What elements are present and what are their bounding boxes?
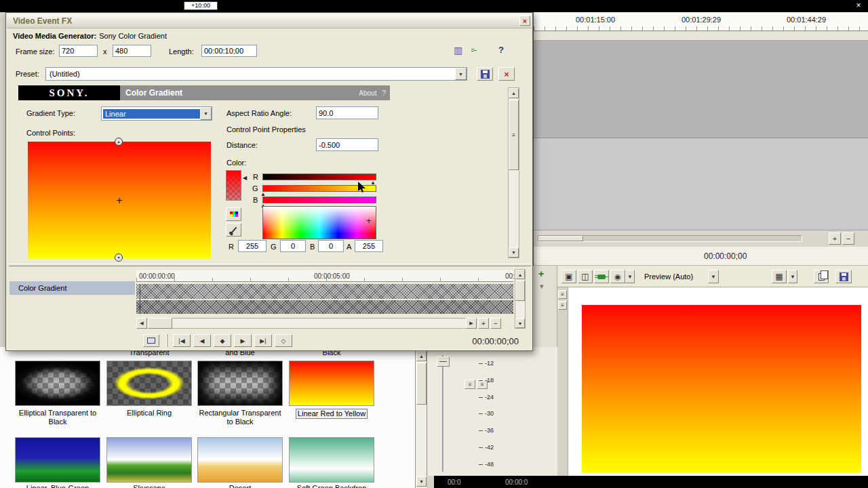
gradient-type-combobox[interactable]: Linear ▼ <box>101 106 212 121</box>
gradient-preview-box[interactable]: ▴ ▾ + <box>28 142 211 258</box>
scroll-up-button[interactable]: ▲ <box>515 270 525 279</box>
preset-thumbnail[interactable] <box>289 437 374 483</box>
preset-name[interactable]: Soft Green Backdrop <box>289 484 374 488</box>
scroll-up-button[interactable]: ▲ <box>416 351 427 361</box>
preset-name[interactable]: Rectangular Transparent to Black <box>197 409 283 426</box>
keyframe-vscrollbar[interactable]: ▲ ▼ <box>515 269 526 329</box>
timeline-ruler[interactable]: 00:01:15:00 00:01:29:29 00:01:44:29 <box>534 12 868 31</box>
keyframe-ruler[interactable]: 00:00:00:00 00:00:05:00 00: <box>136 270 513 282</box>
timeline-track-lower[interactable] <box>534 138 868 230</box>
sync-cursor-button[interactable] <box>143 334 159 347</box>
keyframe-splitter[interactable] <box>9 264 531 266</box>
scroll-up-button[interactable]: ▲ <box>509 88 519 98</box>
preset-thumbnail-selected[interactable] <box>289 361 374 406</box>
preset-combobox[interactable]: (Untitled) ▼ <box>45 67 467 81</box>
preset-name[interactable]: Skyscape <box>106 484 192 488</box>
preset-thumbnail[interactable] <box>106 437 192 483</box>
preset-name[interactable]: Desert <box>197 484 283 488</box>
gradient-endpoint-handle-top[interactable]: ▴ <box>115 138 123 146</box>
grid-overlay-button[interactable]: ▦ <box>772 270 787 283</box>
preset-name[interactable]: Elliptical Transparent to Black <box>15 409 100 426</box>
rgba-g-field[interactable]: 0 <box>280 240 306 252</box>
preset-name[interactable]: Elliptical Ring <box>106 409 192 418</box>
dock-grip-button[interactable]: ≡ <box>558 290 567 299</box>
project-video-properties-button[interactable]: ▣ <box>561 270 576 283</box>
rgba-r-field[interactable]: 255 <box>238 240 267 252</box>
scrollbar-thumb[interactable] <box>515 281 525 301</box>
keyframe-scrollbar-track[interactable] <box>136 318 477 329</box>
distance-field[interactable]: -0.500 <box>316 138 378 151</box>
meter-options-button[interactable]: ≡ <box>465 380 475 389</box>
keyframe-playhead-line[interactable] <box>140 284 140 314</box>
preset-thumbnail[interactable] <box>15 437 100 483</box>
scrollbar-thumb[interactable] <box>416 363 427 405</box>
save-snapshot-button[interactable] <box>835 270 852 283</box>
help-icon[interactable]: ? <box>498 45 504 55</box>
scroll-down-button[interactable]: ▼ <box>509 247 519 258</box>
keyframe-zoom-in-button[interactable]: + <box>478 318 489 329</box>
timeline-track-upper[interactable] <box>534 41 868 138</box>
preset-thumbnail[interactable] <box>106 361 192 406</box>
frame-width-field[interactable]: 720 <box>59 45 98 57</box>
next-keyframe-button[interactable]: ▶ <box>234 334 252 347</box>
gradient-type-dropdown-button[interactable]: ▼ <box>200 107 212 120</box>
add-track-icon[interactable]: + <box>538 268 544 279</box>
aspect-ratio-angle-field[interactable]: 90.0 <box>316 106 378 119</box>
scroll-left-button[interactable]: ◀ <box>136 318 147 329</box>
gradient-endpoint-handle-bottom[interactable]: ▾ <box>115 253 123 262</box>
keyframe-track-band[interactable] <box>136 284 513 299</box>
scroll-down-button[interactable]: ▼ <box>515 319 525 328</box>
preset-scrollbar[interactable]: ▲ ▼ <box>415 347 427 488</box>
dialog-title-bar[interactable]: Video Event FX <box>7 14 532 28</box>
eyedropper-button[interactable] <box>226 223 241 237</box>
dock-chevron-icon[interactable]: ▾ <box>540 282 544 291</box>
rgba-b-field[interactable]: 0 <box>318 240 344 252</box>
preset-name[interactable]: Linear, Blue-Green <box>15 484 100 488</box>
fader-handle[interactable] <box>437 357 450 367</box>
color-spectrum-picker[interactable]: + <box>262 206 376 239</box>
dock-grip-button[interactable]: ≡ <box>558 301 567 310</box>
about-link[interactable]: About <box>359 89 376 97</box>
keyframe-track-band[interactable] <box>136 300 513 314</box>
red-channel-slider[interactable] <box>262 174 376 180</box>
zoom-out-button[interactable]: − <box>842 232 854 245</box>
timeline-scrollbar-thumb[interactable] <box>538 236 583 241</box>
copy-snapshot-button[interactable] <box>814 270 829 283</box>
previous-keyframe-button[interactable]: ◀ <box>193 334 211 347</box>
fx-chain-icon[interactable]: ▥ <box>454 45 462 56</box>
control-point-crosshair[interactable]: + <box>114 195 125 206</box>
preview-quality-label[interactable]: Preview (Auto) <box>644 272 693 281</box>
delete-keyframe-button[interactable]: ◇ <box>275 334 292 347</box>
plugin-scrollbar[interactable]: ▲ ≡ ▼ <box>508 87 519 258</box>
first-keyframe-button[interactable]: |◀ <box>173 334 191 347</box>
frame-height-field[interactable]: 480 <box>113 45 151 57</box>
preset-thumbnail[interactable] <box>197 437 283 483</box>
color-space-button[interactable] <box>226 207 241 221</box>
keyframe-scrollbar-thumb[interactable] <box>148 318 172 329</box>
preset-dropdown-button[interactable]: ▼ <box>455 68 467 80</box>
selected-preset-label[interactable]: Linear Red to Yellow <box>296 409 368 419</box>
dialog-close-button[interactable]: × <box>519 16 530 26</box>
plugin-help-icon[interactable]: ? <box>382 89 386 97</box>
keyframe-track-row[interactable]: Color Gradient <box>9 281 135 295</box>
rgba-a-field[interactable]: 255 <box>355 240 383 252</box>
keyframe-zoom-out-button[interactable]: − <box>490 318 501 329</box>
length-field[interactable]: 00:00:10;00 <box>201 45 257 57</box>
split-screen-button[interactable]: ◫ <box>578 270 593 283</box>
preset-name-selected[interactable]: Linear Red to Yellow <box>289 409 374 419</box>
preset-thumbnail[interactable] <box>197 361 283 406</box>
insert-keyframe-button[interactable]: ◆ <box>214 334 231 347</box>
grid-dropdown-button[interactable]: ▾ <box>788 270 797 283</box>
fader-track[interactable] <box>442 355 444 472</box>
preview-quality-dropdown-button[interactable]: ▾ <box>708 270 719 283</box>
zoom-in-button[interactable]: + <box>829 232 841 245</box>
save-preset-button[interactable] <box>477 67 493 81</box>
blue-channel-slider[interactable] <box>262 197 376 203</box>
scrollbar-thumb[interactable]: ≡ <box>509 100 519 170</box>
scroll-right-button[interactable]: ▶ <box>466 318 477 329</box>
overlay-button[interactable]: ◉ <box>610 270 625 283</box>
overlay-dropdown-button[interactable]: ▾ <box>625 270 635 283</box>
external-monitor-button[interactable] <box>594 270 609 283</box>
last-keyframe-button[interactable]: ▶| <box>254 334 272 347</box>
app-close-icon[interactable]: × <box>853 1 864 11</box>
